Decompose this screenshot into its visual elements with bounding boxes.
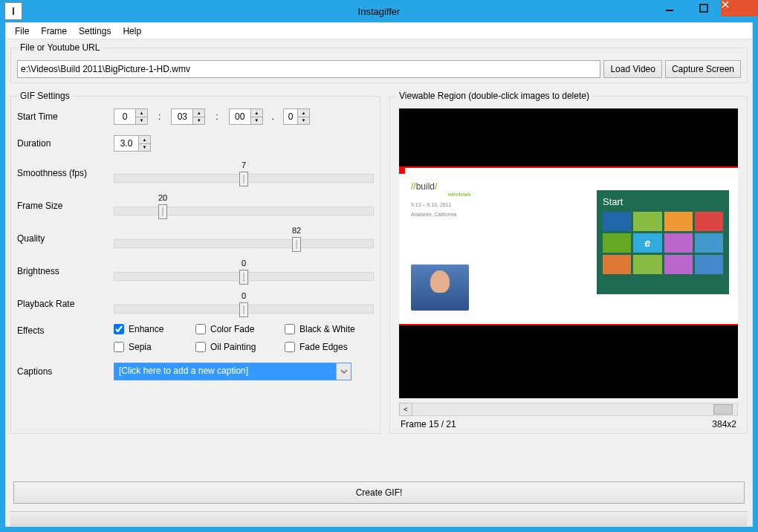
- menu-file[interactable]: File: [9, 24, 35, 39]
- viewer-legend: Viewable Region (double-click images to …: [396, 91, 592, 101]
- quality-thumb[interactable]: [292, 237, 301, 252]
- scrollbar-thumb[interactable]: [713, 404, 733, 415]
- frame-scrollbar[interactable]: [412, 403, 738, 416]
- start-ss-input[interactable]: [229, 108, 251, 125]
- preview-image[interactable]: //build/ windows 9.13 – 9.16, 2011 Anahe…: [399, 108, 738, 398]
- captions-placeholder: [Click here to add a new caption]: [114, 363, 336, 380]
- brightness-thumb[interactable]: [239, 270, 248, 285]
- start-time-label: Start Time: [17, 111, 114, 122]
- close-button[interactable]: [721, 0, 758, 16]
- quality-slider[interactable]: [114, 239, 374, 248]
- viewer-fieldset: Viewable Region (double-click images to …: [389, 91, 748, 434]
- oil-checkbox[interactable]: [195, 342, 206, 352]
- scroll-left-button[interactable]: <: [399, 403, 412, 416]
- duration-label: Duration: [17, 138, 114, 149]
- menubar: File Frame Settings Help: [6, 23, 752, 39]
- duration-up[interactable]: ▲: [139, 136, 150, 144]
- minimize-button[interactable]: [652, 0, 687, 16]
- window-title: Instagiffer: [358, 6, 401, 17]
- brightness-value: 0: [114, 259, 374, 267]
- duration-input[interactable]: [114, 135, 139, 152]
- create-gif-button[interactable]: Create GIF!: [13, 481, 745, 504]
- start-ss-down[interactable]: ▼: [251, 117, 262, 125]
- captions-label: Captions: [17, 366, 114, 377]
- gif-legend: GIF Settings: [17, 91, 73, 101]
- bw-checkbox[interactable]: [285, 324, 295, 334]
- start-hh-up[interactable]: ▲: [136, 109, 147, 117]
- statusbar: [10, 511, 748, 526]
- color-fade-checkbox[interactable]: [195, 324, 206, 334]
- enhance-checkbox[interactable]: [114, 324, 124, 334]
- start-screen: Start e: [597, 190, 729, 294]
- frame-size-slider[interactable]: [114, 207, 374, 215]
- playback-value: 0: [114, 291, 374, 300]
- start-ss-up[interactable]: ▲: [251, 109, 262, 117]
- frame-dimensions: 384x2: [712, 419, 736, 429]
- quality-value: 82: [114, 226, 374, 235]
- maximize-button[interactable]: [687, 0, 721, 16]
- fade-edges-checkbox[interactable]: [285, 342, 295, 352]
- captions-select[interactable]: [Click here to add a new caption]: [114, 363, 352, 380]
- playback-thumb[interactable]: [239, 302, 248, 317]
- playback-label: Playback Rate: [17, 299, 114, 309]
- app-icon: I: [4, 2, 22, 20]
- effects-label: Effects: [17, 325, 114, 336]
- menu-settings[interactable]: Settings: [73, 24, 117, 39]
- frame-counter: Frame 15 / 21: [401, 419, 456, 429]
- presenter-thumbnail: [411, 265, 469, 311]
- load-video-button[interactable]: Load Video: [603, 60, 662, 78]
- smoothness-label: Smoothness (fps): [17, 168, 114, 178]
- frame-size-thumb[interactable]: [158, 204, 167, 219]
- start-hh-input[interactable]: [114, 108, 136, 125]
- frame-size-label: Frame Size: [17, 201, 114, 211]
- menu-help[interactable]: Help: [117, 24, 147, 39]
- start-mm-down[interactable]: ▼: [193, 117, 204, 125]
- frame-size-value: 20: [114, 193, 374, 202]
- start-ff-down[interactable]: ▼: [298, 117, 309, 125]
- url-legend: File or Youtube URL: [17, 42, 103, 53]
- capture-screen-button[interactable]: Capture Screen: [665, 60, 741, 78]
- duration-down[interactable]: ▼: [139, 144, 150, 152]
- url-fieldset: File or Youtube URL Load Video Capture S…: [10, 42, 748, 83]
- quality-label: Quality: [17, 233, 114, 244]
- menu-frame[interactable]: Frame: [35, 24, 73, 39]
- smoothness-thumb[interactable]: [239, 172, 248, 186]
- gif-settings-fieldset: GIF Settings Start Time ▲▼ : ▲▼ : ▲▼ . ▲…: [10, 91, 380, 434]
- start-ff-input[interactable]: [283, 108, 298, 125]
- svg-rect-1: [700, 4, 707, 12]
- chevron-down-icon[interactable]: [336, 363, 351, 380]
- url-input[interactable]: [17, 60, 600, 78]
- start-hh-down[interactable]: ▼: [136, 117, 147, 125]
- sepia-checkbox[interactable]: [114, 342, 124, 352]
- start-mm-up[interactable]: ▲: [193, 109, 204, 117]
- start-mm-input[interactable]: [171, 108, 193, 125]
- start-ff-up[interactable]: ▲: [298, 109, 309, 117]
- smoothness-value: 7: [114, 160, 374, 169]
- brightness-label: Brightness: [17, 266, 114, 276]
